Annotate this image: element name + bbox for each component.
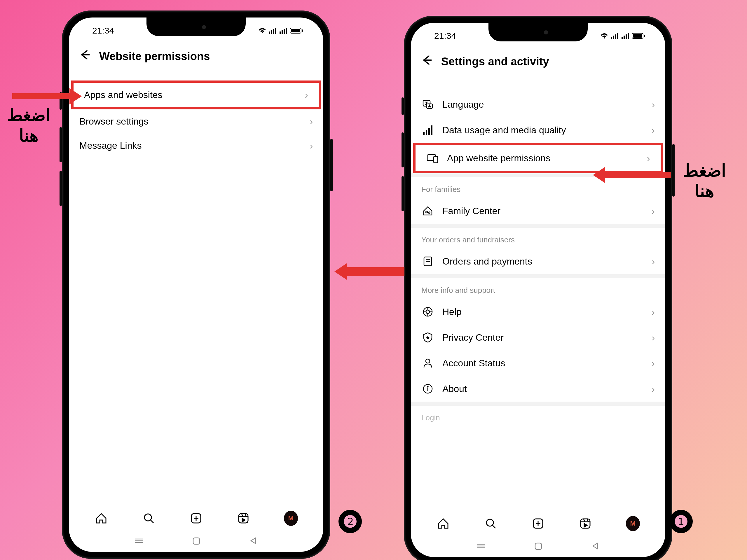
- row-language[interactable]: Language ›: [411, 91, 665, 117]
- svg-point-20: [429, 212, 430, 213]
- phone-notch: [488, 23, 588, 42]
- profile-avatar[interactable]: M: [284, 511, 298, 525]
- svg-rect-3: [617, 33, 618, 39]
- chevron-right-icon: ›: [651, 205, 655, 217]
- recent-apps-icon[interactable]: [134, 537, 144, 545]
- row-label: Apps and websites: [84, 89, 297, 100]
- add-icon[interactable]: [531, 516, 545, 531]
- signal-icon: [621, 33, 629, 39]
- arrow-middle-flow: [346, 267, 405, 276]
- svg-point-27: [486, 519, 493, 526]
- chevron-right-icon: ›: [651, 306, 655, 318]
- row-label: App website permissions: [447, 153, 639, 164]
- recent-apps-icon[interactable]: [475, 542, 486, 550]
- chevron-right-icon: ›: [651, 125, 655, 136]
- row-label: Language: [442, 99, 643, 110]
- svg-rect-14: [426, 130, 427, 135]
- signal-icon: [280, 27, 287, 34]
- row-apps-and-websites[interactable]: Apps and websites ›: [74, 83, 319, 107]
- back-arrow-icon[interactable]: [421, 54, 433, 69]
- annotation-press-here-left: اضغط هنا: [7, 105, 50, 145]
- info-icon: [421, 382, 434, 395]
- search-icon[interactable]: [142, 511, 156, 525]
- back-arrow-icon[interactable]: [79, 49, 91, 63]
- svg-rect-13: [423, 132, 424, 135]
- step-badge-1: ❶: [669, 510, 693, 533]
- add-icon[interactable]: [189, 511, 203, 525]
- row-orders-payments[interactable]: Orders and payments ›: [411, 248, 665, 274]
- row-label: About: [442, 383, 643, 394]
- section-login: Login: [411, 406, 665, 426]
- row-about[interactable]: About ›: [411, 376, 665, 402]
- home-people-icon: [421, 205, 434, 217]
- svg-rect-5: [624, 35, 625, 39]
- back-button-icon[interactable]: [591, 542, 600, 550]
- android-nav: [411, 538, 665, 554]
- arrow-left-to-apps: [12, 93, 71, 99]
- row-browser-settings[interactable]: Browser settings ›: [69, 109, 323, 134]
- separator: [411, 274, 665, 278]
- wifi-icon: [259, 27, 266, 34]
- status-time: 21:34: [83, 26, 114, 35]
- svg-point-23: [426, 310, 430, 314]
- profile-avatar[interactable]: M: [626, 516, 640, 531]
- phone-side-button: [402, 98, 404, 115]
- reels-icon[interactable]: [236, 511, 250, 525]
- svg-rect-16: [431, 126, 433, 135]
- row-privacy-center[interactable]: Privacy Center ›: [411, 325, 665, 350]
- svg-point-24: [426, 359, 430, 363]
- phone-side-button: [330, 139, 333, 191]
- phone-frame-left: 21:34 Website permissions Apps and websi…: [62, 10, 330, 559]
- row-label: Browser settings: [79, 116, 302, 127]
- chevron-right-icon: ›: [651, 357, 655, 369]
- highlight-apps-websites: Apps and websites ›: [71, 80, 321, 109]
- status-indicators: [259, 27, 309, 34]
- svg-point-26: [428, 386, 428, 387]
- language-icon: [421, 98, 434, 111]
- svg-rect-41: [302, 29, 303, 32]
- svg-rect-38: [286, 28, 287, 34]
- svg-point-19: [426, 211, 428, 213]
- row-data-usage[interactable]: Data usage and media quality ›: [411, 117, 665, 143]
- home-icon[interactable]: [436, 516, 450, 531]
- row-app-website-permissions[interactable]: App website permissions ›: [415, 145, 661, 171]
- row-label: Family Center: [442, 206, 643, 216]
- separator: [411, 224, 665, 228]
- page-title: Website permissions: [99, 50, 210, 63]
- highlight-app-permissions: App website permissions ›: [413, 143, 663, 173]
- svg-rect-30: [535, 543, 542, 550]
- svg-rect-34: [275, 28, 276, 34]
- phone-side-button: [59, 127, 62, 162]
- row-message-links[interactable]: Message Links ›: [69, 134, 323, 158]
- svg-rect-37: [284, 29, 285, 34]
- android-nav: [69, 533, 323, 549]
- bottom-nav: M: [411, 510, 665, 537]
- back-button-icon[interactable]: [249, 537, 259, 545]
- phone-frame-right: 21:34 Settings and activity Language ›: [404, 16, 672, 560]
- chevron-right-icon: ›: [310, 116, 313, 127]
- svg-rect-7: [628, 33, 629, 39]
- annotation-line1: اضغط: [7, 105, 50, 126]
- search-icon[interactable]: [484, 516, 498, 531]
- svg-rect-6: [626, 34, 627, 39]
- status-indicators: [600, 33, 651, 39]
- section-support: More info and support: [411, 278, 665, 299]
- signal-icon: [269, 27, 277, 34]
- home-button-icon[interactable]: [534, 542, 543, 550]
- home-icon[interactable]: [94, 511, 108, 525]
- arrow-head: [593, 167, 605, 183]
- phone-side-button: [402, 176, 404, 211]
- chevron-right-icon: ›: [651, 256, 655, 267]
- receipt-icon: [421, 255, 434, 268]
- wifi-icon: [600, 33, 608, 39]
- row-family-center[interactable]: Family Center ›: [411, 198, 665, 224]
- phone-side-button: [59, 171, 62, 206]
- row-account-status[interactable]: Account Status ›: [411, 350, 665, 376]
- row-help[interactable]: Help ›: [411, 299, 665, 325]
- svg-rect-9: [633, 34, 642, 37]
- help-icon: [421, 305, 434, 318]
- reels-icon[interactable]: [578, 516, 592, 531]
- home-button-icon[interactable]: [192, 537, 201, 545]
- row-label: Privacy Center: [442, 332, 643, 343]
- arrow-right-to-permissions: [604, 172, 671, 178]
